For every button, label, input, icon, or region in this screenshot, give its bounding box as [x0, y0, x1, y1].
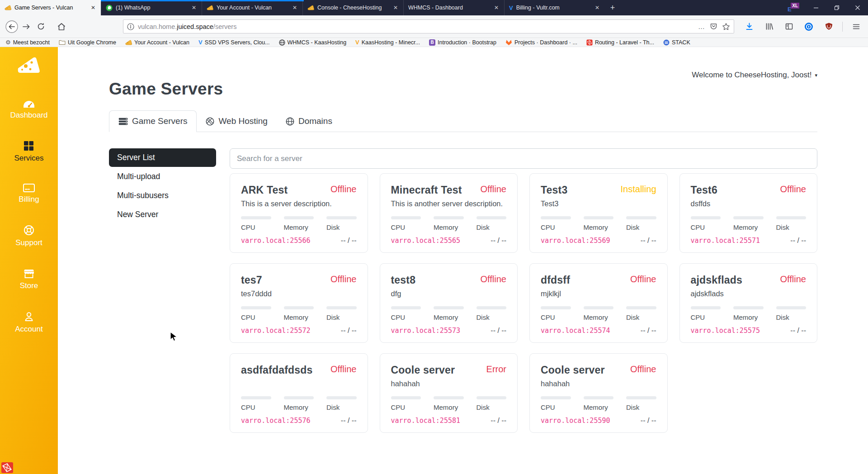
- tab-close-icon[interactable]: ✕: [89, 4, 97, 11]
- bookmark-meest-bezocht[interactable]: ⚙Meest bezocht: [5, 39, 50, 46]
- memory-bar: [284, 396, 314, 399]
- memory-label: Memory: [284, 403, 314, 411]
- server-card[interactable]: ajdskfladsOffline ajdskflads CPUMemoryDi…: [679, 263, 818, 343]
- memory-bar: [584, 216, 614, 219]
- bookmark-star-icon[interactable]: [722, 23, 730, 31]
- tab-close-icon[interactable]: ✕: [190, 4, 198, 11]
- page-actions-icon[interactable]: …: [698, 23, 705, 30]
- browser-tab-vultr[interactable]: V Billing - Vultr.com ✕: [504, 0, 605, 15]
- memory-bar: [284, 216, 314, 219]
- nav-multi-upload[interactable]: Multi-upload: [109, 167, 216, 186]
- server-address: varro.local:25569: [541, 237, 610, 245]
- server-status: Offline: [630, 274, 656, 284]
- browser-tab-game-servers[interactable]: Game Servers - Vulcan ✕: [0, 0, 101, 15]
- site-info-icon[interactable]: [127, 23, 134, 30]
- bookmark-laravel[interactable]: Routing - Laravel - Th...: [586, 39, 654, 46]
- nav-server-list[interactable]: Server List: [109, 148, 216, 167]
- bookmark-your-account[interactable]: Your Account - Vulcan: [125, 39, 189, 46]
- server-status: Offline: [630, 364, 656, 374]
- browser-tab-whmcs[interactable]: WHMCS - Dashboard ✕: [403, 0, 504, 15]
- service-tabs: Game Servers Web Hosting Domains: [109, 110, 817, 132]
- server-card[interactable]: Coole serverError hahahah CPUMemoryDisk …: [380, 353, 518, 433]
- bookmark-vultr[interactable]: VSSD VPS Servers, Clou...: [198, 39, 269, 46]
- forward-button[interactable]: [19, 19, 33, 34]
- cpu-label: CPU: [541, 403, 571, 411]
- tab-close-icon[interactable]: ✕: [593, 4, 601, 11]
- nav-new-server[interactable]: New Server: [109, 205, 216, 224]
- disk-label: Disk: [776, 313, 807, 321]
- downloads-icon[interactable]: [742, 19, 756, 34]
- cheese-favicon: [307, 5, 314, 11]
- bookmark-kaashosting-minecraft[interactable]: VKaasHosting - Minecr...: [355, 39, 420, 46]
- disk-label: Disk: [476, 313, 507, 321]
- nav-multi-subusers[interactable]: Multi-subusers: [109, 186, 216, 205]
- sidebar-item-services[interactable]: Services: [14, 141, 43, 163]
- cheesehosting-logo[interactable]: [16, 55, 42, 77]
- tab-title: Billing - Vultr.com: [516, 5, 590, 11]
- memory-label: Memory: [584, 313, 614, 321]
- tab-title: Console - CheeseHosting: [317, 5, 388, 11]
- bookmark-whmcs-kaashosting[interactable]: WHMCS - KaasHosting: [279, 39, 347, 46]
- chevron-down-icon: ▾: [815, 72, 817, 78]
- server-card[interactable]: Minecraft TestOffline This is another se…: [380, 173, 518, 253]
- tab-web-hosting[interactable]: Web Hosting: [197, 110, 276, 132]
- ublock-icon[interactable]: [821, 19, 836, 34]
- window-minimize-button[interactable]: [806, 0, 826, 15]
- app-sidebar: Dashboard Services Billing Support Store…: [0, 47, 58, 474]
- server-card[interactable]: dfdsffOffline mjklkjl CPUMemoryDisk varr…: [529, 263, 668, 343]
- disk-label: Disk: [476, 223, 507, 231]
- server-search-input[interactable]: [230, 148, 817, 169]
- tab-close-icon[interactable]: ✕: [392, 4, 400, 11]
- tab-domains[interactable]: Domains: [277, 110, 341, 132]
- home-button[interactable]: [54, 19, 69, 34]
- bookmark-stack[interactable]: STACK: [663, 39, 690, 46]
- server-usage: -- / --: [491, 237, 506, 245]
- bookmark-bootstrap[interactable]: BIntroduction · Bootstrap: [429, 39, 496, 46]
- server-address: varro.local:25581: [391, 417, 461, 425]
- server-address: varro.local:25575: [691, 327, 760, 335]
- sidebar-item-account[interactable]: Account: [15, 311, 42, 334]
- server-address: varro.local:25571: [691, 237, 760, 245]
- pocket-icon[interactable]: [710, 23, 717, 30]
- new-tab-button[interactable]: +: [605, 0, 620, 15]
- sidebar-toggle-icon[interactable]: [782, 19, 796, 34]
- server-card[interactable]: Test3Installing Test3 CPUMemoryDisk varr…: [529, 173, 668, 253]
- account-dropdown[interactable]: Welcome to CheeseHosting, Joost! ▾: [692, 71, 817, 80]
- back-button[interactable]: [5, 19, 19, 34]
- server-card[interactable]: asdfafdafdsdsOffline CPUMemoryDisk varro…: [230, 353, 368, 433]
- reload-button[interactable]: [33, 19, 48, 34]
- browser-tab-strip: Game Servers - Vulcan ✕ (1) WhatsApp ✕ Y…: [0, 0, 620, 15]
- bookmark-folder-chrome[interactable]: Uit Google Chrome: [59, 39, 116, 46]
- tab-game-servers[interactable]: Game Servers: [109, 110, 197, 132]
- browser-tab-whatsapp[interactable]: (1) WhatsApp ✕: [101, 0, 202, 15]
- memory-label: Memory: [733, 223, 764, 231]
- window-restore-button[interactable]: [826, 0, 847, 15]
- sidebar-item-dashboard[interactable]: Dashboard: [10, 100, 47, 120]
- server-card[interactable]: test8Offline dfg CPUMemoryDisk varro.loc…: [380, 263, 518, 343]
- server-card[interactable]: ARK TestOffline This is a server descrip…: [230, 173, 368, 253]
- url-bar[interactable]: vulcan.home.juiced.space/servers …: [123, 19, 734, 33]
- tab-close-icon[interactable]: ✕: [492, 4, 500, 11]
- library-icon[interactable]: [762, 19, 776, 34]
- bookmark-gitlab[interactable]: Projects · Dashboard · ...: [505, 39, 577, 46]
- browser-tab-console[interactable]: Console - CheeseHosting ✕: [302, 0, 403, 15]
- cpu-label: CPU: [391, 403, 421, 411]
- sidebar-item-store[interactable]: Store: [20, 268, 38, 290]
- server-description: dsffds: [691, 199, 807, 209]
- url-text[interactable]: vulcan.home.juiced.space/servers: [138, 23, 694, 30]
- sidebar-item-support[interactable]: Support: [15, 225, 42, 247]
- window-close-button[interactable]: [847, 0, 868, 15]
- server-card[interactable]: Coole serverOffline hahahah CPUMemoryDis…: [529, 353, 668, 433]
- store-front-icon: [23, 268, 35, 279]
- onepassword-icon[interactable]: [802, 19, 816, 34]
- sidebar-item-billing[interactable]: Billing: [19, 184, 39, 204]
- gear-icon: ⚙: [5, 39, 11, 46]
- menu-icon[interactable]: [849, 19, 863, 34]
- tab-close-icon[interactable]: ✕: [291, 4, 299, 11]
- server-name: test8: [391, 274, 416, 286]
- server-description: This is a server description.: [241, 199, 357, 209]
- server-name: tes7: [241, 274, 262, 286]
- browser-tab-your-account[interactable]: Your Account - Vulcan ✕: [202, 0, 302, 15]
- server-card[interactable]: Test6Offline dsffds CPUMemoryDisk varro.…: [679, 173, 818, 253]
- server-card[interactable]: tes7Offline tes7dddd CPUMemoryDisk varro…: [230, 263, 368, 343]
